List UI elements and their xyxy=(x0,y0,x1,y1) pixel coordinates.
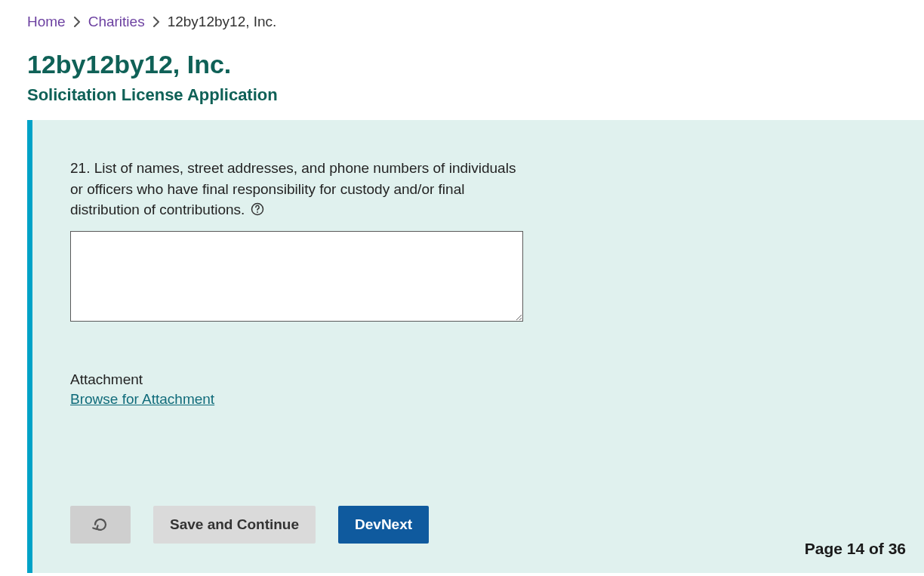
attachment-label: Attachment xyxy=(70,371,886,388)
page-indicator: Page 14 of 36 xyxy=(805,540,906,558)
breadcrumb: Home Charities 12by12by12, Inc. xyxy=(0,0,924,36)
question-block: 21. List of names, street addresses, and… xyxy=(70,158,523,325)
page-title: 12by12by12, Inc. xyxy=(27,50,897,79)
refresh-button[interactable] xyxy=(70,506,131,544)
form-panel: 21. List of names, street addresses, and… xyxy=(27,120,924,573)
refresh-icon xyxy=(91,516,109,534)
browse-attachment-link[interactable]: Browse for Attachment xyxy=(70,391,214,408)
button-row: Save and Continue DevNext xyxy=(70,506,886,544)
answer-textarea[interactable] xyxy=(70,231,523,322)
attachment-block: Attachment Browse for Attachment xyxy=(70,371,886,408)
question-label: 21. List of names, street addresses, and… xyxy=(70,160,516,217)
breadcrumb-current: 12by12by12, Inc. xyxy=(168,14,277,30)
page-header: 12by12by12, Inc. Solicitation License Ap… xyxy=(0,36,924,120)
chevron-right-icon xyxy=(152,17,160,27)
help-icon[interactable] xyxy=(251,202,264,216)
breadcrumb-charities[interactable]: Charities xyxy=(88,14,145,30)
chevron-right-icon xyxy=(73,17,81,27)
question-text: 21. List of names, street addresses, and… xyxy=(70,158,523,220)
save-continue-button[interactable]: Save and Continue xyxy=(153,506,316,544)
breadcrumb-home[interactable]: Home xyxy=(27,14,66,30)
page-subtitle: Solicitation License Application xyxy=(27,85,897,105)
svg-point-1 xyxy=(257,211,258,213)
dev-next-button[interactable]: DevNext xyxy=(338,506,429,544)
